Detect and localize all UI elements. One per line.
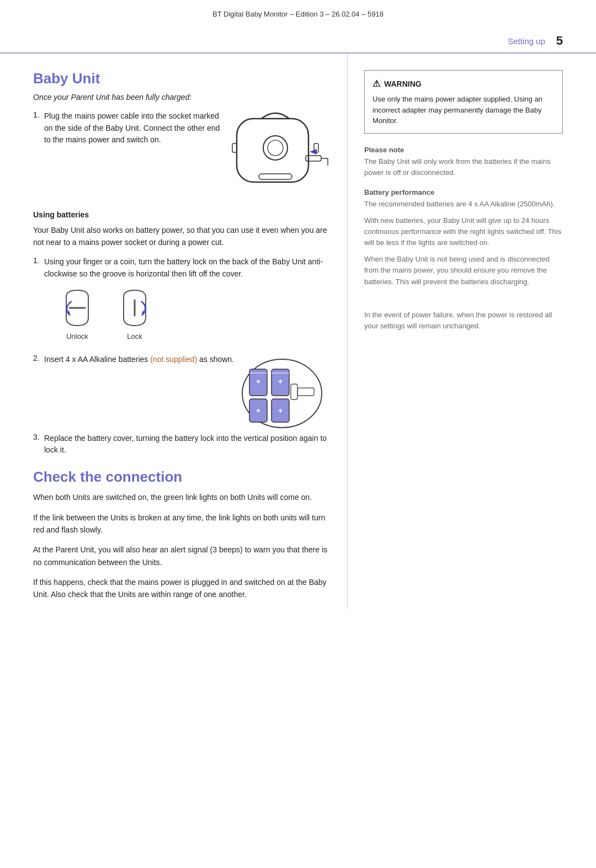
battery-perf-title: Battery performance (364, 188, 563, 196)
header-title: BT Digital Baby Monitor – Edition 3 – 26… (212, 10, 384, 18)
svg-text:+: + (256, 377, 260, 386)
right-column: ⚠ WARNING Use only the mains power adapt… (348, 54, 563, 609)
lock-illustrations: Unlock Lock (55, 286, 331, 340)
svg-text:+: + (256, 406, 260, 415)
svg-point-1 (263, 136, 288, 160)
warning-icon: ⚠ (372, 77, 380, 90)
svg-rect-26 (297, 388, 314, 396)
check-para1: When both Units are switched on, the gre… (33, 491, 331, 503)
battery-step2-num: 2. (33, 354, 44, 363)
baby-unit-heading: Baby Unit (33, 70, 331, 87)
svg-point-2 (268, 140, 283, 156)
svg-marker-8 (310, 149, 317, 155)
warning-text: Use only the mains power adapter supplie… (372, 95, 542, 125)
warning-box: ⚠ WARNING Use only the mains power adapt… (364, 70, 563, 134)
page-wrapper: BT Digital Baby Monitor – Edition 3 – 26… (0, 0, 596, 868)
lock-svg (113, 286, 157, 330)
using-batteries-heading: Using batteries (33, 210, 331, 219)
battery-step3-num: 3. (33, 433, 44, 441)
battery-step3-item: 3. Replace the battery cover, turning th… (33, 433, 331, 456)
main-content: Baby Unit Once your Parent Unit has been… (0, 54, 596, 609)
step1-item: 1. Plug the mains power cable into the s… (33, 110, 220, 146)
page-header: BT Digital Baby Monitor – Edition 3 – 26… (0, 0, 596, 24)
battery-step1-text: Using your finger or a coin, turn the ba… (44, 257, 323, 278)
unlock-svg (55, 286, 99, 330)
check-connection-heading: Check the connection (33, 468, 331, 486)
left-column: Baby Unit Once your Parent Unit has been… (33, 54, 348, 609)
svg-text:+: + (278, 406, 283, 415)
step1-row: 1. Plug the mains power cable into the s… (33, 110, 331, 200)
svg-rect-0 (237, 119, 308, 182)
battery-step2-row: 2. Insert 4 x AA Alkaline batteries (not… (33, 354, 331, 433)
page-number: 5 (556, 34, 563, 48)
baby-unit-image (220, 110, 331, 200)
battery-step3-text: Replace the battery cover, turning the b… (44, 433, 331, 456)
svg-text:+: + (278, 377, 283, 386)
batteries-intro: Your Baby Unit also works on battery pow… (33, 225, 331, 248)
svg-rect-9 (259, 174, 292, 179)
battery-perf-text2: With new batteries, your Baby Unit will … (364, 215, 563, 248)
battery-step1-num: 1. (33, 256, 44, 265)
unlock-block: Unlock (55, 286, 99, 340)
battery-perf-text3: When the Baby Unit is not being used and… (364, 254, 563, 287)
battery-perf-text1: The recommended batteries are 4 x AA Alk… (364, 199, 563, 210)
footer-note-text: In the event of power failure, when the … (364, 311, 552, 330)
battery-step2-text: Insert 4 x AA Alkaline batteries (not su… (44, 354, 234, 366)
please-note-text: The Baby Unit will only work from the ba… (364, 156, 563, 178)
baby-unit-intro: Once your Parent Unit has been fully cha… (33, 93, 331, 102)
check-para3: At the Parent Unit, you will also hear a… (33, 544, 331, 568)
lock-block: Lock (113, 286, 157, 340)
unlock-label: Unlock (66, 332, 88, 340)
svg-rect-25 (291, 384, 297, 400)
battery-insert-image: + + + + (234, 354, 331, 433)
warning-title: ⚠ WARNING (372, 77, 555, 90)
section-header: Setting up 5 (0, 24, 596, 54)
battery-insert-svg: + + + + (234, 354, 331, 431)
check-para4: If this happens, check that the mains po… (33, 576, 331, 601)
lock-label: Lock (127, 332, 142, 340)
battery-step1-item: 1. Using your finger or a coin, turn the… (33, 256, 331, 345)
step1-num: 1. (33, 110, 44, 119)
check-connection-section: Check the connection When both Units are… (33, 468, 331, 601)
section-title: Setting up (508, 36, 545, 46)
footer-note: In the event of power failure, when the … (364, 310, 563, 332)
battery-step2-item: 2. Insert 4 x AA Alkaline batteries (not… (33, 354, 234, 366)
please-note-title: Please note (364, 146, 563, 154)
battery-performance-block: Battery performance The recommended batt… (364, 188, 563, 287)
baby-unit-svg (220, 110, 331, 199)
check-para2: If the link between the Units is broken … (33, 512, 331, 536)
please-note-block: Please note The Baby Unit will only work… (364, 146, 563, 178)
step1-text: Plug the mains power cable into the sock… (44, 110, 220, 146)
